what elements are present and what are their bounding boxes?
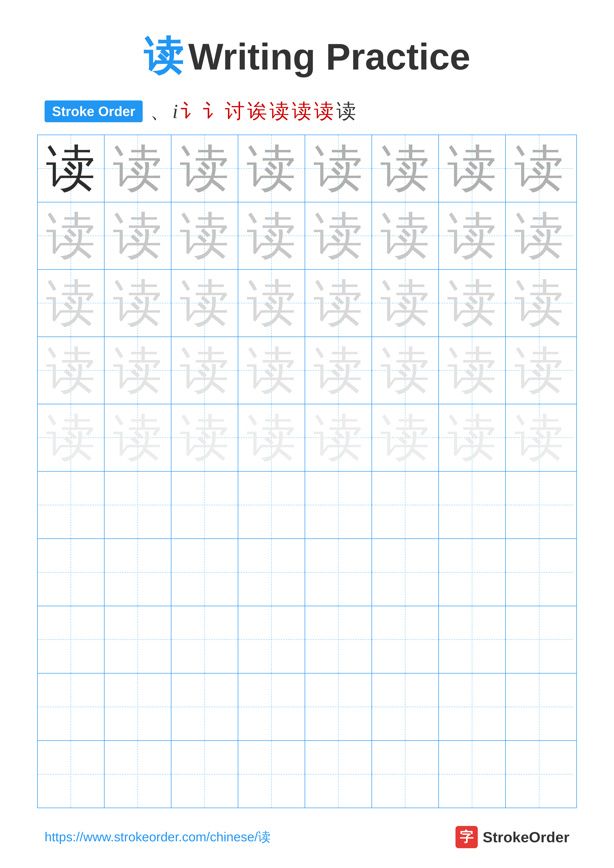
brand-icon: 字 (455, 826, 478, 848)
grid-cell: 读 (171, 135, 238, 202)
stroke-4: 讠 (203, 98, 222, 125)
grid-cell[interactable] (439, 606, 506, 673)
grid-cell[interactable] (104, 606, 171, 673)
grid-row-4: 读 读 读 读 读 读 读 读 (38, 337, 576, 404)
grid-cell[interactable] (506, 606, 573, 673)
grid-cell: 读 (171, 202, 238, 269)
stroke-7: 读 (269, 98, 289, 125)
grid-cell[interactable] (238, 471, 305, 538)
grid-cell[interactable] (238, 674, 305, 740)
grid-row-1: 读 读 读 读 读 读 读 读 (38, 135, 576, 202)
stroke-2: i (173, 100, 178, 123)
grid-cell: 读 (439, 404, 506, 471)
grid-cell: 读 (506, 404, 573, 471)
title-char: 读 (144, 34, 183, 78)
grid-cell: 读 (305, 202, 372, 269)
grid-cell[interactable] (506, 674, 573, 740)
grid-cell[interactable] (38, 539, 104, 606)
grid-row-2: 读 读 读 读 读 读 读 读 (38, 202, 576, 270)
stroke-5: 讨 (225, 98, 245, 125)
grid-cell: 读 (506, 337, 573, 404)
grid-cell[interactable] (439, 674, 506, 740)
grid-cell: 读 (238, 337, 305, 404)
grid-cell: 读 (171, 337, 238, 404)
grid-row-5: 读 读 读 读 读 读 读 读 (38, 404, 576, 471)
grid-cell[interactable] (171, 606, 238, 673)
grid-row-10 (38, 741, 576, 808)
grid-row-6 (38, 471, 576, 539)
stroke-order-row: Stroke Order 、 i 讠 讠 讨 诶 读 读 读 读 (0, 98, 614, 125)
grid-cell[interactable] (171, 674, 238, 740)
grid-cell: 读 (104, 404, 171, 471)
grid-cell: 读 (104, 337, 171, 404)
grid-cell[interactable] (506, 471, 573, 538)
grid-cell: 读 (38, 337, 104, 404)
grid-cell[interactable] (238, 741, 305, 808)
grid-cell[interactable] (238, 606, 305, 673)
grid-row-8 (38, 606, 576, 674)
grid-cell: 读 (372, 135, 439, 202)
grid-cell[interactable] (305, 674, 372, 740)
grid-cell[interactable] (305, 471, 372, 538)
grid-cell: 读 (506, 135, 573, 202)
grid-cell: 读 (238, 270, 305, 336)
grid-cell: 读 (372, 337, 439, 404)
grid-cell[interactable] (439, 471, 506, 538)
grid-cell: 读 (506, 202, 573, 269)
grid-cell: 读 (305, 135, 372, 202)
grid-cell: 读 (104, 270, 171, 336)
grid-cell[interactable] (104, 471, 171, 538)
grid-cell[interactable] (38, 741, 104, 808)
grid-cell[interactable] (506, 741, 573, 808)
stroke-3: 讠 (180, 98, 200, 125)
grid-cell[interactable] (506, 539, 573, 606)
grid-cell: 读 (38, 404, 104, 471)
grid-cell[interactable] (104, 539, 171, 606)
grid-cell[interactable] (171, 539, 238, 606)
grid-cell[interactable] (305, 539, 372, 606)
grid-cell[interactable] (104, 674, 171, 740)
grid-cell[interactable] (305, 606, 372, 673)
stroke-1: 、 (150, 98, 170, 125)
stroke-10: 读 (336, 98, 356, 125)
grid-cell: 读 (171, 404, 238, 471)
grid-row-7 (38, 539, 576, 606)
grid-cell[interactable] (171, 471, 238, 538)
grid-cell[interactable] (238, 539, 305, 606)
grid-cell: 读 (305, 404, 372, 471)
grid-cell: 读 (305, 270, 372, 336)
grid-cell: 读 (305, 337, 372, 404)
grid-cell: 读 (238, 404, 305, 471)
page-title: 读Writing Practice (0, 0, 614, 98)
grid-cell[interactable] (38, 606, 104, 673)
grid-cell[interactable] (372, 539, 439, 606)
grid-cell[interactable] (372, 471, 439, 538)
brand-name: StrokeOrder (483, 829, 569, 846)
grid-cell: 读 (38, 270, 104, 336)
grid-row-9 (38, 674, 576, 741)
grid-cell[interactable] (305, 741, 372, 808)
grid-cell[interactable] (104, 741, 171, 808)
practice-grid: 读 读 读 读 读 读 读 读 读 读 读 读 读 读 读 读 读 读 读 读 … (37, 135, 577, 808)
grid-cell[interactable] (171, 741, 238, 808)
grid-cell[interactable] (439, 539, 506, 606)
grid-cell: 读 (372, 202, 439, 269)
grid-cell[interactable] (372, 674, 439, 740)
footer-brand: 字 StrokeOrder (455, 826, 569, 848)
grid-cell[interactable] (38, 674, 104, 740)
grid-cell: 读 (38, 135, 104, 202)
footer: https://www.strokeorder.com/chinese/读 字 … (0, 826, 614, 848)
grid-cell: 读 (439, 270, 506, 336)
grid-cell: 读 (372, 404, 439, 471)
grid-cell: 读 (238, 202, 305, 269)
footer-url[interactable]: https://www.strokeorder.com/chinese/读 (45, 828, 271, 846)
grid-cell[interactable] (372, 606, 439, 673)
grid-cell[interactable] (38, 471, 104, 538)
stroke-sequence: 、 i 讠 讠 讨 诶 读 读 读 读 (150, 98, 356, 125)
grid-cell[interactable] (439, 741, 506, 808)
stroke-8: 读 (292, 98, 312, 125)
grid-cell[interactable] (372, 741, 439, 808)
grid-cell: 读 (439, 337, 506, 404)
grid-cell: 读 (372, 270, 439, 336)
title-text: Writing Practice (188, 36, 470, 78)
